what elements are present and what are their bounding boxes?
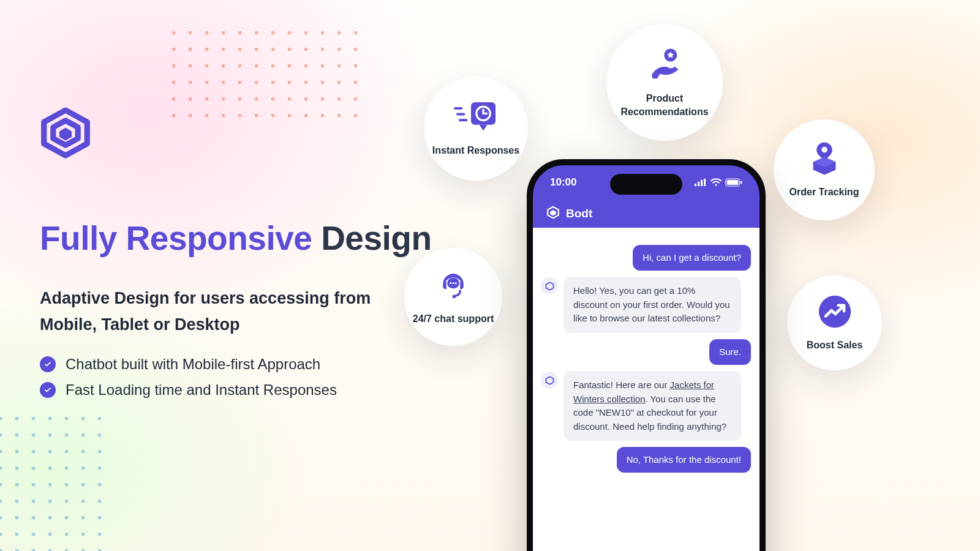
svg-point-9	[821, 147, 827, 153]
chat-message-user: Sure.	[541, 339, 751, 365]
svg-marker-2	[59, 128, 72, 141]
feature-product-recommendations: Product Recommendations	[606, 24, 723, 141]
feature-order-tracking: Order Tracking	[774, 119, 875, 220]
svg-rect-4	[456, 113, 465, 116]
feature-instant-responses: Instant Responses	[424, 77, 528, 181]
status-time: 10:00	[550, 176, 576, 189]
svg-marker-26	[546, 282, 553, 290]
feature-bullet: Fast Loading time and Instant Responses	[40, 381, 432, 399]
svg-rect-18	[701, 180, 703, 186]
chat-bot-text: Fantastic! Here are our Jackets for Wint…	[564, 371, 741, 441]
feature-label: 24/7 chat support	[413, 312, 494, 326]
battery-icon	[725, 178, 742, 187]
app-name: Bodt	[566, 207, 592, 220]
chat-message-user: No, Thanks for the discount!	[541, 447, 751, 473]
instant-response-icon	[454, 100, 498, 137]
boost-sales-icon	[818, 294, 852, 331]
svg-point-20	[715, 184, 717, 186]
svg-rect-3	[454, 107, 462, 110]
chat-message-bot: Hello! Yes, you can get a 10% discount o…	[541, 277, 751, 333]
chat-message-user: Hi, can I get a discount?	[541, 245, 751, 271]
check-icon	[40, 382, 56, 398]
feature-boost-sales: Boost Sales	[787, 276, 882, 370]
svg-rect-5	[459, 119, 467, 121]
feature-label: Product Recommendations	[606, 92, 723, 118]
feature-chat-support: 24/7 chat support	[404, 248, 502, 346]
app-logo-icon	[546, 206, 560, 222]
dynamic-island	[610, 174, 682, 195]
bot-avatar-icon	[541, 278, 557, 294]
product-recommendation-icon	[646, 47, 683, 84]
signal-icon	[695, 178, 707, 187]
feature-label: Order Tracking	[790, 186, 859, 199]
decorative-dots	[0, 410, 110, 551]
page-title: Fully Responsive Design	[40, 219, 432, 258]
svg-point-14	[455, 282, 457, 284]
svg-marker-25	[550, 210, 556, 216]
page-subtitle: Adaptive Design for users accessing from…	[40, 285, 432, 338]
bot-avatar-icon	[541, 372, 557, 388]
wifi-icon	[710, 178, 722, 187]
status-icons	[695, 178, 742, 187]
feature-bullet: Chatbot built with Mobile-first Approach	[40, 356, 432, 373]
svg-rect-23	[741, 181, 742, 184]
svg-point-12	[450, 282, 451, 284]
order-tracking-icon	[807, 141, 842, 178]
svg-rect-16	[695, 184, 696, 186]
chat-area: Hi, can I get a discount? Hello! Yes, yo…	[533, 228, 760, 551]
svg-point-13	[452, 282, 454, 284]
check-icon	[40, 356, 56, 372]
svg-rect-17	[698, 182, 699, 186]
brand-logo	[40, 107, 432, 161]
feature-label: Instant Responses	[432, 144, 519, 157]
feature-label: Boost Sales	[807, 339, 863, 352]
svg-point-10	[453, 295, 456, 299]
svg-rect-19	[704, 179, 706, 186]
svg-marker-27	[546, 377, 553, 384]
hero-section: Fully Responsive Design Adaptive Design …	[40, 107, 432, 407]
chat-message-bot: Fantastic! Here are our Jackets for Wint…	[541, 371, 751, 441]
app-bar: Bodt	[533, 200, 760, 228]
phone-mockup: 10:00 Bodt Hi, can I get a discount? Hel…	[527, 159, 766, 551]
svg-rect-22	[727, 180, 739, 185]
chat-support-icon	[436, 268, 470, 305]
